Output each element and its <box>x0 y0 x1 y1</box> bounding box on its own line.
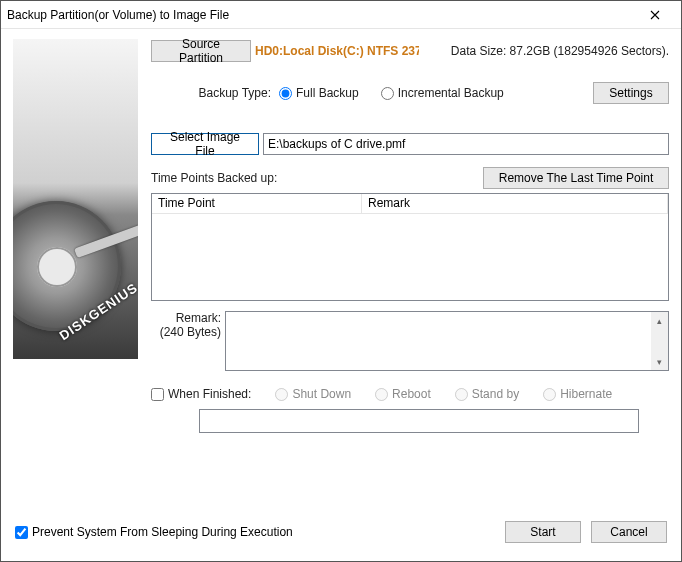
col-remark[interactable]: Remark <box>362 194 668 213</box>
time-points-header-row: Time Points Backed up: Remove The Last T… <box>151 167 669 189</box>
image-file-row: Select Image File <box>151 133 669 155</box>
backup-type-row: Backup Type: Full Backup Incremental Bac… <box>151 81 669 105</box>
when-finished-checkbox[interactable]: When Finished: <box>151 387 251 401</box>
time-points-grid: Time Point Remark <box>151 193 669 301</box>
select-image-file-button[interactable]: Select Image File <box>151 133 259 155</box>
grid-body <box>152 214 668 300</box>
backup-type-label: Backup Type: <box>151 86 271 100</box>
remark-hint: (240 Bytes) <box>151 325 221 339</box>
command-output-box <box>199 409 639 433</box>
remark-label: Remark: <box>151 311 221 325</box>
close-icon <box>650 10 660 20</box>
cancel-button[interactable]: Cancel <box>591 521 667 543</box>
footer: Prevent System From Sleeping During Exec… <box>1 513 681 561</box>
grid-header: Time Point Remark <box>152 194 668 214</box>
scroll-down-icon[interactable]: ▾ <box>651 353 668 370</box>
source-row: Source Partition HD0:Local Disk(C:) NTFS… <box>151 39 669 63</box>
col-time-point[interactable]: Time Point <box>152 194 362 213</box>
remark-textarea[interactable]: ▴ ▾ <box>225 311 669 371</box>
remove-last-time-point-button[interactable]: Remove The Last Time Point <box>483 167 669 189</box>
remark-labels: Remark: (240 Bytes) <box>151 311 225 371</box>
full-backup-radio[interactable]: Full Backup <box>279 86 359 100</box>
source-partition-button[interactable]: Source Partition <box>151 40 251 62</box>
scroll-up-icon[interactable]: ▴ <box>651 312 668 329</box>
standby-radio: Stand by <box>455 387 519 401</box>
time-points-label: Time Points Backed up: <box>151 171 277 185</box>
when-finished-row: When Finished: Shut Down Reboot Stand by <box>151 387 669 401</box>
close-button[interactable] <box>635 1 675 29</box>
prevent-sleep-checkbox[interactable]: Prevent System From Sleeping During Exec… <box>15 525 293 539</box>
settings-button[interactable]: Settings <box>593 82 669 104</box>
source-partition-text: HD0:Local Disk(C:) NTFS 237. <box>255 44 419 58</box>
dialog-window: Backup Partition(or Volume) to Image Fil… <box>0 0 682 562</box>
remark-row: Remark: (240 Bytes) ▴ ▾ <box>151 311 669 371</box>
titlebar: Backup Partition(or Volume) to Image Fil… <box>1 1 681 29</box>
window-title: Backup Partition(or Volume) to Image Fil… <box>7 8 635 22</box>
hibernate-radio: Hibernate <box>543 387 612 401</box>
data-size-label: Data Size: 87.2GB (182954926 Sectors). <box>451 44 669 58</box>
data-size-value: 87.2GB (182954926 Sectors). <box>510 44 669 58</box>
reboot-radio: Reboot <box>375 387 431 401</box>
start-button[interactable]: Start <box>505 521 581 543</box>
image-file-input[interactable] <box>263 133 669 155</box>
incremental-backup-radio[interactable]: Incremental Backup <box>381 86 504 100</box>
disk-illustration: DISKGENIUS <box>13 39 138 359</box>
left-image-column: DISKGENIUS <box>13 39 141 513</box>
dialog-body: DISKGENIUS Source Partition HD0:Local Di… <box>1 29 681 561</box>
form-column: Source Partition HD0:Local Disk(C:) NTFS… <box>151 39 669 513</box>
remark-scrollbar[interactable]: ▴ ▾ <box>651 312 668 370</box>
shutdown-radio: Shut Down <box>275 387 351 401</box>
content-area: DISKGENIUS Source Partition HD0:Local Di… <box>1 29 681 513</box>
